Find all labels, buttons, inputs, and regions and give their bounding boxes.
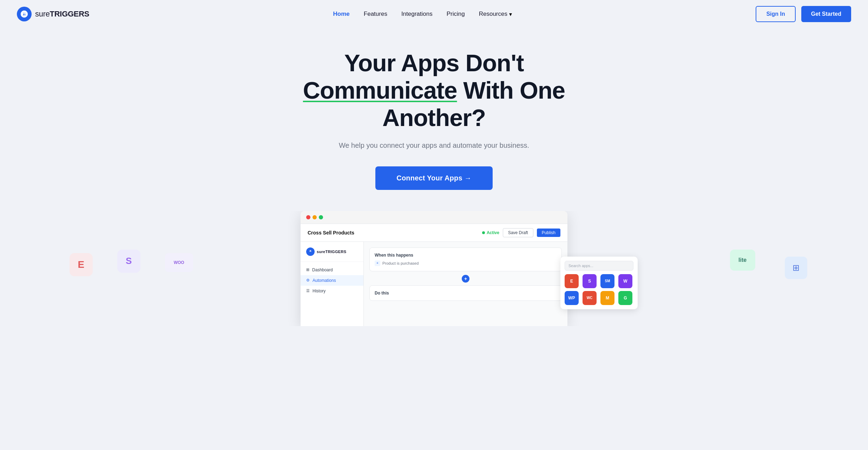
inner-logo-icon: [306, 247, 315, 256]
app-preview: E S WOO lite ⊞ Cross Sell Products Activ…: [0, 211, 868, 326]
logo[interactable]: sureTRIGGERS: [17, 7, 89, 21]
browser-bar: [301, 211, 567, 224]
search-apps-input[interactable]: Search apps...: [565, 261, 633, 271]
automations-icon: ⚙: [306, 278, 310, 283]
float-icon-spark: S: [117, 250, 140, 273]
action-card: Do this: [369, 285, 562, 301]
nav-link-pricing[interactable]: Pricing: [447, 11, 465, 17]
app-icon-woocommerce[interactable]: W: [618, 274, 632, 288]
app-icon-spark[interactable]: S: [583, 274, 597, 288]
hero-title: Your Apps Don't Communicate With One Ano…: [276, 49, 592, 132]
topbar-right: Active Save Draft Publish: [482, 228, 560, 237]
inner-logo-text: sureTRIGGERS: [317, 250, 346, 254]
sidebar-item-dashboard[interactable]: ⊞ Dashboard: [301, 265, 363, 275]
search-apps-panel: Search apps... E S SM W WP WC M G: [560, 257, 638, 309]
float-icon-woo: WOO: [165, 253, 193, 272]
trigger-card-title: When this happens: [375, 253, 557, 258]
hero-section: Your Apps Don't Communicate With One Ano…: [0, 28, 868, 190]
trigger-icon: ≡: [375, 260, 380, 266]
nav-link-features[interactable]: Features: [364, 11, 387, 17]
nav-link-home[interactable]: Home: [333, 11, 350, 17]
status-active: Active: [482, 230, 499, 235]
app-grid: E S SM W WP WC M G: [565, 274, 633, 305]
get-started-button[interactable]: Get Started: [801, 6, 851, 22]
trigger-card: When this happens ≡ Product is purchased: [369, 247, 562, 271]
dashboard-icon: ⊞: [306, 267, 309, 272]
app-icon-wordpress[interactable]: WP: [565, 291, 579, 305]
workflow-name: Cross Sell Products: [308, 230, 354, 236]
nav-links: Home Features Integrations Pricing Resou…: [333, 11, 512, 18]
nav-actions: Sign In Get Started: [756, 6, 851, 22]
float-icon-grid: ⊞: [785, 257, 807, 279]
browser-dot-green: [319, 215, 323, 219]
browser-dot-yellow: [313, 215, 317, 219]
app-icon-mailchimp[interactable]: M: [600, 291, 614, 305]
logo-icon: [17, 7, 32, 21]
sidebar-item-automations[interactable]: ⚙ Automations: [301, 275, 363, 286]
cta-button[interactable]: Connect Your Apps →: [375, 166, 492, 190]
app-icon-woo2[interactable]: WC: [583, 291, 597, 305]
nav-link-integrations[interactable]: Integrations: [401, 11, 433, 17]
signin-button[interactable]: Sign In: [756, 6, 795, 22]
navbar: sureTRIGGERS Home Features Integrations …: [0, 0, 868, 28]
inner-main: When this happens ≡ Product is purchased…: [364, 242, 567, 326]
inner-logo: sureTRIGGERS: [301, 247, 363, 262]
action-card-title: Do this: [375, 291, 557, 296]
sidebar-item-history[interactable]: ☰ History: [301, 286, 363, 296]
plus-button[interactable]: +: [462, 275, 469, 283]
hero-subtitle: We help you connect your apps and automa…: [339, 141, 529, 150]
publish-button[interactable]: Publish: [537, 229, 560, 237]
browser-dot-red: [306, 215, 310, 219]
history-icon: ☰: [306, 289, 310, 293]
save-draft-button[interactable]: Save Draft: [503, 228, 533, 237]
browser-mockup: Cross Sell Products Active Save Draft Pu…: [301, 211, 567, 326]
inner-sidebar: sureTRIGGERS ⊞ Dashboard ⚙ Automations ☰…: [301, 242, 364, 326]
float-icon-elementor: E: [70, 253, 93, 276]
browser-topbar: Cross Sell Products Active Save Draft Pu…: [301, 224, 567, 242]
logo-text: sureTRIGGERS: [35, 9, 89, 19]
nav-link-resources[interactable]: Resources ▾: [479, 11, 512, 18]
chevron-down-icon: ▾: [509, 11, 512, 18]
float-icon-lite: lite: [730, 250, 755, 271]
inner-app: sureTRIGGERS ⊞ Dashboard ⚙ Automations ☰…: [301, 242, 567, 326]
app-icon-elementor[interactable]: E: [565, 274, 579, 288]
status-dot: [482, 231, 485, 234]
trigger-item: ≡ Product is purchased: [375, 260, 557, 266]
logo-svg: [20, 10, 28, 18]
app-icon-suremember[interactable]: SM: [600, 274, 614, 288]
app-icon-google[interactable]: G: [618, 291, 632, 305]
